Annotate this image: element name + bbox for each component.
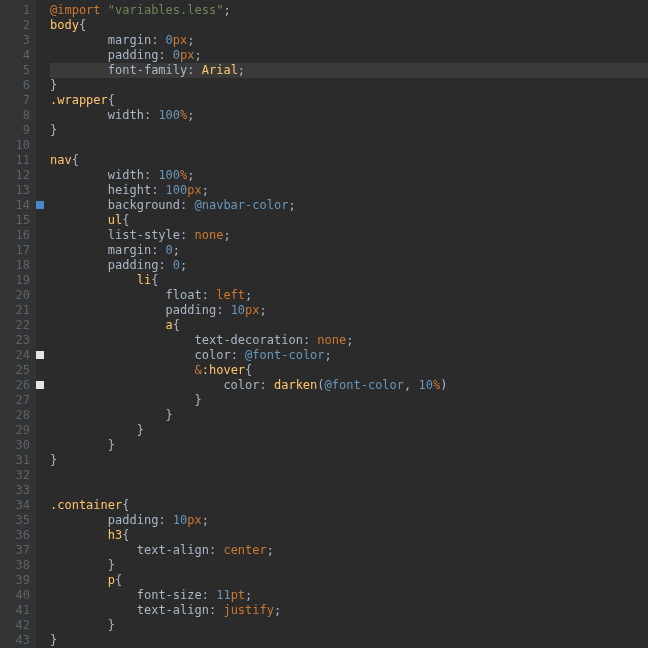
line-number[interactable]: 32 [0,468,30,483]
line-number[interactable]: 12 [0,168,30,183]
code-line[interactable]: p{ [50,573,648,588]
code-line[interactable]: ul{ [50,213,648,228]
line-number[interactable]: 7 [0,93,30,108]
code-line[interactable]: color: @font-color; [50,348,648,363]
line-number[interactable]: 3 [0,33,30,48]
line-number[interactable]: 25 [0,363,30,378]
line-number[interactable]: 15 [0,213,30,228]
line-number[interactable]: 8 [0,108,30,123]
code-line[interactable]: body{ [50,18,648,33]
line-number[interactable]: 19 [0,273,30,288]
code-line[interactable]: } [50,633,648,648]
line-number[interactable]: 27 [0,393,30,408]
code-line[interactable]: font-size: 11pt; [50,588,648,603]
line-number[interactable]: 17 [0,243,30,258]
code-line[interactable]: } [50,423,648,438]
line-number[interactable]: 41 [0,603,30,618]
line-number[interactable]: 18 [0,258,30,273]
line-number[interactable]: 39 [0,573,30,588]
code-line[interactable]: padding: 0px; [50,48,648,63]
code-line[interactable]: margin: 0px; [50,33,648,48]
code-line[interactable]: } [50,78,648,93]
line-number[interactable]: 26 [0,378,30,393]
line-number[interactable]: 34 [0,498,30,513]
code-line[interactable]: } [50,438,648,453]
modified-marker-icon[interactable] [36,381,44,389]
code-line[interactable] [50,483,648,498]
code-line[interactable]: width: 100%; [50,168,648,183]
line-number[interactable]: 13 [0,183,30,198]
code-line[interactable]: } [50,558,648,573]
code-line[interactable]: padding: 10px; [50,303,648,318]
code-line[interactable]: margin: 0; [50,243,648,258]
code-line[interactable]: } [50,618,648,633]
code-line[interactable]: } [50,453,648,468]
line-number[interactable]: 29 [0,423,30,438]
code-line[interactable]: &:hover{ [50,363,648,378]
line-number[interactable]: 36 [0,528,30,543]
code-editor[interactable]: 1234567891011121314151617181920212223242… [0,0,648,648]
code-line[interactable]: } [50,408,648,423]
line-number[interactable]: 1 [0,3,30,18]
line-number[interactable]: 30 [0,438,30,453]
code-line[interactable] [50,468,648,483]
code-line[interactable]: color: darken(@font-color, 10%) [50,378,648,393]
line-number[interactable]: 16 [0,228,30,243]
line-number[interactable]: 11 [0,153,30,168]
line-number[interactable]: 33 [0,483,30,498]
modified-marker-icon[interactable] [36,201,44,209]
line-number[interactable]: 5 [0,63,30,78]
line-number[interactable]: 23 [0,333,30,348]
modified-marker-icon[interactable] [36,351,44,359]
code-line[interactable]: } [50,123,648,138]
code-line[interactable]: background: @navbar-color; [50,198,648,213]
line-number[interactable]: 35 [0,513,30,528]
line-number[interactable]: 24 [0,348,30,363]
code-line[interactable]: list-style: none; [50,228,648,243]
line-number[interactable]: 9 [0,123,30,138]
code-line[interactable]: @import "variables.less"; [50,3,648,18]
line-number[interactable]: 21 [0,303,30,318]
line-number[interactable]: 40 [0,588,30,603]
code-line[interactable]: h3{ [50,528,648,543]
code-line[interactable]: text-align: center; [50,543,648,558]
code-line[interactable]: width: 100%; [50,108,648,123]
line-number[interactable]: 4 [0,48,30,63]
code-line[interactable]: .wrapper{ [50,93,648,108]
code-line[interactable]: text-align: justify; [50,603,648,618]
code-line[interactable]: .container{ [50,498,648,513]
line-number[interactable]: 37 [0,543,30,558]
code-line[interactable]: nav{ [50,153,648,168]
line-number[interactable]: 10 [0,138,30,153]
code-line[interactable]: font-family: Arial; [50,63,648,78]
line-number[interactable]: 20 [0,288,30,303]
code-area[interactable]: @import "variables.less";body{ margin: 0… [50,0,648,648]
code-line[interactable]: } [50,393,648,408]
code-line[interactable]: li{ [50,273,648,288]
code-line[interactable]: float: left; [50,288,648,303]
line-number[interactable]: 31 [0,453,30,468]
code-line[interactable]: height: 100px; [50,183,648,198]
line-number[interactable]: 22 [0,318,30,333]
code-line[interactable]: padding: 0; [50,258,648,273]
line-number[interactable]: 28 [0,408,30,423]
markers-gutter[interactable] [36,0,50,648]
code-line[interactable]: text-decoration: none; [50,333,648,348]
line-number[interactable]: 42 [0,618,30,633]
line-number[interactable]: 43 [0,633,30,648]
code-line[interactable]: padding: 10px; [50,513,648,528]
line-number[interactable]: 14 [0,198,30,213]
line-number[interactable]: 38 [0,558,30,573]
line-number[interactable]: 6 [0,78,30,93]
line-number-gutter[interactable]: 1234567891011121314151617181920212223242… [0,0,36,648]
code-line[interactable] [50,138,648,153]
line-number[interactable]: 2 [0,18,30,33]
code-line[interactable]: a{ [50,318,648,333]
